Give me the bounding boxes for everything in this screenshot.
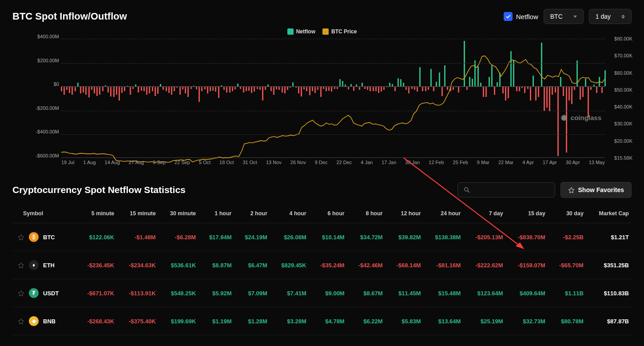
market-cap-cell: $87.87B — [586, 307, 632, 335]
x-tick: 12 Feb — [429, 160, 444, 168]
netflow-checkbox-label: Netflow — [516, 13, 538, 20]
coin-select[interactable]: BTC — [544, 9, 584, 24]
y-right-tick: $60.00K — [608, 70, 632, 76]
column-header[interactable]: 24 hour — [424, 204, 464, 223]
netflow-cell: $26.08M — [270, 223, 309, 251]
favorite-star-icon[interactable] — [18, 262, 24, 269]
column-header[interactable]: 8 hour — [347, 204, 386, 223]
favorite-star-icon[interactable] — [18, 234, 24, 241]
netflow-cell: $6.47M — [234, 251, 270, 279]
netflow-cell: -$236.45K — [76, 251, 117, 279]
legend-netflow[interactable]: Netflow — [287, 28, 315, 35]
coin-select-value: BTC — [550, 13, 563, 20]
netflow-cell: -$81.16M — [424, 251, 464, 279]
market-cap-cell: $110.83B — [586, 279, 632, 307]
stats-title: Cryptocurrency Spot Netflow Statistics — [12, 185, 186, 195]
x-tick: 17 Jan — [382, 160, 396, 168]
x-tick: 13 Nov — [266, 160, 282, 168]
netflow-cell: -$234.63K — [117, 251, 158, 279]
legend-price[interactable]: BTC Price — [322, 28, 357, 35]
netflow-cell: $13.64M — [424, 307, 464, 335]
watermark: coinglass — [560, 114, 601, 122]
netflow-cell: $8.67M — [347, 279, 386, 307]
netflow-cell: $39.82M — [386, 223, 424, 251]
x-tick: 27 Aug — [129, 160, 144, 168]
netflow-cell: -$113.91K — [117, 279, 158, 307]
column-header[interactable]: 12 hour — [386, 204, 424, 223]
svg-line-2 — [468, 191, 469, 193]
column-header[interactable]: 2 hour — [234, 204, 270, 223]
netflow-cell: -$35.24M — [309, 251, 347, 279]
stepper-icon — [621, 15, 625, 19]
column-header[interactable]: 15 day — [506, 204, 548, 223]
y-right-tick: $70.00K — [608, 53, 632, 58]
netflow-cell: -$268.43K — [76, 307, 117, 335]
column-header[interactable]: 30 minute — [159, 204, 199, 223]
netflow-cell: $32.73M — [506, 307, 548, 335]
netflow-table: Symbol5 minute15 minute30 minute1 hour2 … — [12, 204, 632, 335]
y-left-tick: -$400.00M — [12, 129, 59, 134]
table-row[interactable]: ₮USDT-$671.07K-$113.91K$548.25K$5.92M$7.… — [12, 279, 632, 307]
column-header[interactable]: 6 hour — [309, 204, 347, 223]
netflow-cell: $199.69K — [159, 307, 199, 335]
netflow-cell: $17.94M — [199, 223, 234, 251]
coin-icon: ₮ — [29, 288, 39, 298]
netflow-cell: $80.78M — [548, 307, 586, 335]
period-select[interactable]: 1 day — [589, 9, 632, 24]
netflow-chart[interactable]: coinglass 19 Jul1 Aug14 Aug27 Aug9 Sep22… — [12, 36, 632, 168]
netflow-cell: $34.72M — [347, 223, 386, 251]
netflow-cell: $4.78M — [309, 307, 347, 335]
y-left-tick: -$600.00M — [12, 153, 59, 158]
column-header[interactable]: 1 hour — [199, 204, 234, 223]
table-row[interactable]: ♦ETH-$236.45K-$234.63K$536.61K$8.87M$6.4… — [12, 251, 632, 279]
column-header[interactable]: 5 minute — [76, 204, 117, 223]
table-row[interactable]: ◆BNB-$268.43K-$375.40K$199.69K$1.19M$1.2… — [12, 307, 632, 335]
y-right-tick: $50.00K — [608, 87, 632, 93]
netflow-cell: $6.22M — [347, 307, 386, 335]
netflow-cell: -$222.62M — [463, 251, 505, 279]
netflow-cell: $11.45M — [386, 279, 424, 307]
x-tick: 26 Nov — [290, 160, 306, 168]
x-tick: 22 Dec — [336, 160, 352, 168]
netflow-cell: -$205.13M — [463, 223, 505, 251]
table-row[interactable]: ₿BTC$122.06K-$1.48M-$6.28M$17.94M$24.19M… — [12, 223, 632, 251]
x-tick: 14 Aug — [105, 160, 120, 168]
x-tick: 5 Oct — [199, 160, 211, 168]
favorite-star-icon[interactable] — [18, 318, 24, 325]
y-right-tick: $40.00K — [608, 104, 632, 109]
x-tick: 4 Apr — [522, 160, 534, 168]
netflow-cell: $25.19M — [463, 307, 505, 335]
x-tick: 25 Feb — [453, 160, 468, 168]
netflow-cell: $1.28M — [234, 307, 270, 335]
column-header[interactable]: 4 hour — [270, 204, 309, 223]
x-tick: 9 Sep — [153, 160, 166, 168]
netflow-cell: $548.25K — [159, 279, 199, 307]
x-tick: 22 Sep — [175, 160, 190, 168]
legend-swatch-icon — [287, 28, 294, 35]
column-header[interactable]: 15 minute — [117, 204, 158, 223]
netflow-cell: -$65.70M — [548, 251, 586, 279]
y-right-tick: $20.00K — [608, 138, 632, 144]
netflow-cell: -$42.46M — [347, 251, 386, 279]
coin-symbol: USDT — [43, 290, 59, 297]
netflow-cell: $123.64M — [463, 279, 505, 307]
favorite-star-icon[interactable] — [18, 290, 24, 297]
netflow-cell: -$375.40K — [117, 307, 158, 335]
x-tick: 9 Mar — [477, 160, 489, 168]
x-tick: 9 Dec — [315, 160, 328, 168]
netflow-cell: $536.61K — [159, 251, 199, 279]
x-tick: 18 Oct — [219, 160, 234, 168]
column-header[interactable]: 30 day — [548, 204, 586, 223]
netflow-checkbox[interactable] — [504, 12, 513, 21]
netflow-cell: $829.45K — [270, 251, 309, 279]
column-header[interactable]: Market Cap — [586, 204, 632, 223]
netflow-cell: $10.14M — [309, 223, 347, 251]
page-title: BTC Spot Inflow/Outflow — [12, 11, 127, 22]
column-header[interactable]: Symbol — [12, 204, 76, 223]
x-tick: 31 Oct — [242, 160, 257, 168]
netflow-cell: $7.41M — [270, 279, 309, 307]
coin-symbol: ETH — [43, 262, 55, 269]
netflow-cell: -$838.70M — [506, 223, 548, 251]
column-header[interactable]: 7 day — [463, 204, 505, 223]
market-cap-cell: $1.21T — [586, 223, 632, 251]
